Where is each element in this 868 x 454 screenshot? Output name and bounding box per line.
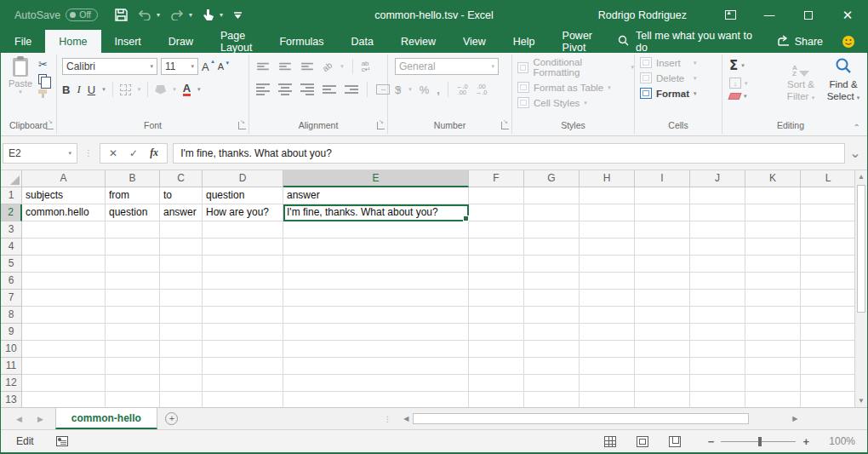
formula-bar-expand-icon[interactable]: ⌄ (845, 145, 865, 161)
row-header-9[interactable]: 9 (1, 324, 22, 341)
ribbon-display-options-icon[interactable] (711, 0, 750, 30)
find-select-button[interactable]: Find &Select ▾ (821, 56, 865, 104)
cell-B9[interactable] (106, 324, 160, 341)
cell-G11[interactable] (524, 358, 580, 375)
cell-J8[interactable] (690, 307, 745, 324)
cell-K7[interactable] (745, 290, 801, 307)
cell-G7[interactable] (524, 290, 580, 307)
cell-C4[interactable] (160, 238, 203, 256)
scroll-down-icon[interactable]: ▼ (855, 394, 867, 407)
maximize-button[interactable] (789, 0, 828, 30)
cell-L12[interactable] (801, 375, 856, 392)
cell-H7[interactable] (580, 290, 635, 307)
cell-F1[interactable] (469, 187, 524, 204)
ribbon-tab-review[interactable]: Review (387, 30, 449, 53)
cell-H6[interactable] (580, 273, 635, 290)
row-header-11[interactable]: 11 (1, 358, 22, 375)
sort-filter-button[interactable]: AZ Sort &Filter ▾ (779, 56, 823, 104)
cell-K11[interactable] (745, 358, 801, 375)
cell-L3[interactable] (801, 221, 856, 238)
format-cells-button[interactable]: Format▾ (640, 88, 697, 99)
column-header-K[interactable]: K (745, 170, 801, 187)
cell-G1[interactable] (524, 187, 580, 204)
comma-format-icon[interactable]: , (437, 83, 440, 96)
cell-D3[interactable] (203, 221, 283, 238)
column-header-J[interactable]: J (690, 170, 745, 187)
cell-I3[interactable] (635, 221, 690, 238)
cell-I2[interactable] (635, 204, 690, 221)
cell-E6[interactable] (283, 273, 469, 290)
cell-H13[interactable] (580, 392, 635, 407)
scroll-right-icon[interactable]: ▶ (789, 415, 802, 422)
column-header-L[interactable]: L (801, 170, 856, 187)
align-top-icon[interactable] (257, 63, 269, 71)
orientation-icon[interactable]: ab (321, 60, 334, 73)
cell-G6[interactable] (524, 273, 580, 290)
cell-K10[interactable] (745, 341, 801, 358)
next-sheet-icon[interactable]: ▶ (37, 415, 43, 423)
ribbon-tab-view[interactable]: View (449, 30, 500, 53)
cell-L5[interactable] (801, 256, 856, 273)
cell-D10[interactable] (203, 341, 283, 358)
cell-E13[interactable] (283, 392, 469, 407)
cell-F11[interactable] (469, 358, 524, 375)
number-format-select[interactable]: General▾ (395, 58, 499, 75)
cell-H9[interactable] (580, 324, 635, 341)
ribbon-tab-file[interactable]: File (1, 30, 45, 53)
prev-sheet-icon[interactable]: ◀ (16, 415, 22, 423)
delete-cells-button[interactable]: Delete▾ (640, 72, 697, 83)
underline-dropdown-icon[interactable]: ▾ (102, 86, 106, 93)
cell-K1[interactable] (745, 187, 801, 204)
cell-H2[interactable] (580, 204, 635, 221)
clear-button[interactable]: ▾ (729, 93, 748, 100)
currency-dropdown-icon[interactable]: ▾ (408, 86, 412, 93)
enter-icon[interactable]: ✓ (129, 147, 138, 159)
cell-F12[interactable] (469, 375, 524, 392)
bold-button[interactable]: B (62, 83, 70, 96)
decrease-decimal-icon[interactable]: .00→.0 (476, 83, 488, 95)
cell-K6[interactable] (745, 273, 801, 290)
scroll-left-icon[interactable]: ◀ (400, 415, 413, 422)
insert-cells-button[interactable]: Insert▾ (640, 57, 697, 68)
row-header-12[interactable]: 12 (1, 375, 22, 392)
column-header-I[interactable]: I (635, 170, 690, 187)
sheet-tab-common-hello[interactable]: common-hello (55, 408, 157, 429)
cell-F9[interactable] (469, 324, 524, 341)
scroll-up-icon[interactable]: ▲ (855, 170, 867, 183)
cell-D2[interactable]: How are you? (203, 204, 283, 221)
cell-J13[interactable] (690, 392, 745, 407)
cell-H10[interactable] (580, 341, 635, 358)
save-icon[interactable] (115, 9, 128, 21)
sheetbar-splitter[interactable]: ⋮ (384, 408, 391, 429)
cell-F4[interactable] (469, 238, 524, 256)
cell-B6[interactable] (106, 273, 160, 290)
customize-qat-icon[interactable] (233, 10, 243, 20)
cell-C10[interactable] (160, 341, 203, 358)
cut-icon[interactable]: ✂ (38, 58, 49, 71)
cell-F13[interactable] (469, 392, 524, 407)
cell-F10[interactable] (469, 341, 524, 358)
cell-K4[interactable] (745, 238, 801, 256)
column-header-E[interactable]: E (283, 170, 469, 187)
cell-K2[interactable] (745, 204, 801, 221)
column-header-D[interactable]: D (203, 170, 283, 187)
zoom-slider-thumb[interactable] (758, 437, 762, 446)
cell-A6[interactable] (22, 273, 106, 290)
zoom-slider[interactable] (721, 441, 796, 442)
cell-I12[interactable] (635, 375, 690, 392)
cell-I8[interactable] (635, 307, 690, 324)
cell-E8[interactable] (283, 307, 469, 324)
cell-A11[interactable] (22, 358, 106, 375)
user-name[interactable]: Rodrigo Rodriguez (598, 9, 687, 21)
vertical-scroll-thumb[interactable] (857, 185, 865, 313)
ribbon-tab-draw[interactable]: Draw (155, 30, 207, 53)
cell-L9[interactable] (801, 324, 856, 341)
cell-C6[interactable] (160, 273, 203, 290)
cell-B2[interactable]: question (106, 204, 160, 221)
cell-F7[interactable] (469, 290, 524, 307)
touch-mode-dropdown-icon[interactable]: ▾ (220, 11, 223, 19)
cell-J7[interactable] (690, 290, 745, 307)
cell-E5[interactable] (283, 256, 469, 273)
cell-L10[interactable] (801, 341, 856, 358)
cell-J5[interactable] (690, 256, 745, 273)
